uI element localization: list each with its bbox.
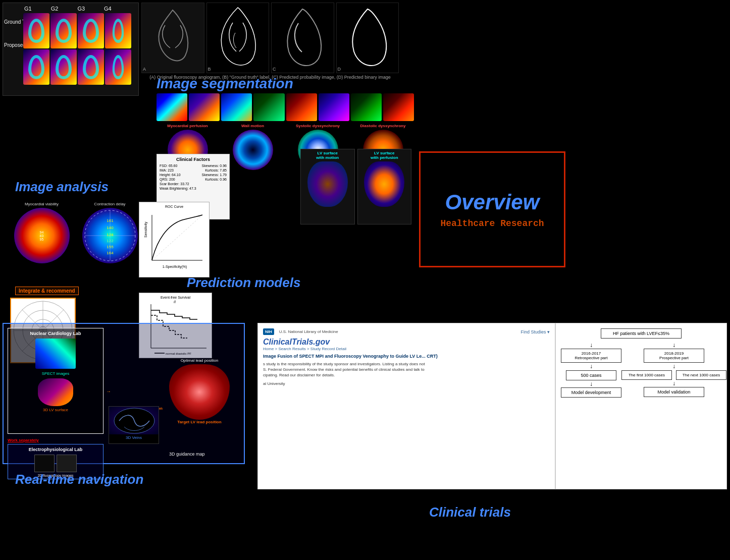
title-realtime: Real-time navigation <box>15 472 143 487</box>
roc-section: ROC Curve 1-Specificity(%) Sensitivity <box>139 202 210 277</box>
spect-2 <box>189 93 220 121</box>
flow-next1000-col: The next 1000 cases <box>676 370 726 380</box>
target-lv-label: Target LV lead position <box>167 420 232 424</box>
spect-8 <box>383 93 414 121</box>
find-studies-btn[interactable]: Find Studies ▾ <box>520 329 550 334</box>
ct-nav: Home > Search Results > Study Record Det… <box>263 347 550 351</box>
myo-panel-1: Myocardial viability 948395 <box>10 202 73 283</box>
lv-label-1: LV surfacewith motion <box>301 149 354 161</box>
ground-truth-section: G1 G2 G3 G4 Ground Truth Proposed Method <box>3 3 139 96</box>
title-prediction: Prediction models <box>187 275 300 291</box>
flow-next1000-box: The next 1000 cases <box>676 370 726 380</box>
lv-visual-2 <box>364 161 404 207</box>
spect-row <box>157 93 414 121</box>
flow-500-box: 500 cases <box>566 370 616 380</box>
angio-img-b: B <box>206 3 270 73</box>
flow-arrow-right2: ↓ <box>672 363 675 370</box>
ct-body-1: s study is the responsibility of the stu… <box>263 361 550 367</box>
gt-cell-1-2 <box>50 13 77 48</box>
cf-row-5: Scar Border: 33.72 <box>160 182 227 186</box>
spect-7 <box>351 93 382 121</box>
angio-img-a: A <box>141 3 204 73</box>
flow-dev-box: Model development <box>561 387 621 398</box>
spect-1 <box>157 93 187 121</box>
flow-1000-row: The first 1000 cases The next 1000 cases <box>621 370 726 380</box>
bulls-item-2: Wall motion <box>222 124 284 184</box>
flow-arrow-left2: ↓ <box>590 363 593 370</box>
angio-d-label: D <box>338 67 341 72</box>
guidance-map-label: 3D guidance map <box>169 452 205 457</box>
lv-surface-mini: 3D LV surface <box>38 378 73 412</box>
nih-badge: NIH <box>263 328 274 335</box>
svg-text:128: 128 <box>107 233 114 237</box>
cf-row-4: QRS: 200Kurtosis: 0.96 <box>160 178 227 181</box>
heart-3d: Optimal lead position Target LV lead pos… <box>167 358 232 424</box>
pm-cell-2-3 <box>78 49 104 85</box>
flow-right-year-box: 2018-2019 Prospective part <box>644 349 704 363</box>
fluoro-thumbs <box>11 455 100 472</box>
cf-row-6: Weak Brightening: 47.3 <box>160 187 227 190</box>
title-clinical: Clinical trials <box>429 505 511 520</box>
pm-cell-2-4 <box>105 49 131 85</box>
angio-img-d: D <box>336 3 399 73</box>
myo-title-2: Contraction delay <box>78 202 141 206</box>
title-segmentation: Image segmentation <box>157 76 293 92</box>
overview-subtitle: Healthcare Research <box>440 218 544 229</box>
lv-surface-row: 3D LV surface <box>11 378 100 412</box>
spect-mini <box>35 339 76 369</box>
lv-surface-section: LV surfacewith motion LV surfacewith per… <box>300 149 411 225</box>
flow-first1000-col: The first 1000 cases <box>621 370 672 380</box>
roc-chart: 1-Specificity(%) Sensitivity <box>142 210 207 270</box>
lv-panel-1: LV surfacewith motion <box>300 149 355 225</box>
flow-arrow-left3: ↓ <box>590 380 593 387</box>
flowchart-section: HF patients with LVEF≤35% ↓ 2016-2017 Re… <box>555 323 727 489</box>
g4-label: G4 <box>104 6 112 12</box>
img-fusion-arrow: → <box>106 388 111 394</box>
spect-4 <box>253 93 284 121</box>
veins-visual <box>109 407 159 434</box>
svg-text:1-Specificity(%): 1-Specificity(%) <box>163 265 187 269</box>
heart-3d-shape <box>169 364 230 420</box>
cf-row-3: Height: 64.10Skewness: 1.79 <box>160 173 227 177</box>
work-separately-label: Work separately <box>8 438 39 442</box>
realtime-section: Nuclear Cardiology Lab SPECT images 3D L… <box>3 323 245 464</box>
veins-box: 3D Veins <box>109 406 159 444</box>
flow-branch-row: ↓ 2016-2017 Retrospective part ↓ 500 cas… <box>561 342 721 398</box>
bulls-label-4: Diastolic dyssynchrony <box>360 124 406 128</box>
veins-3d-label: 3D Veins <box>109 434 159 440</box>
svg-text:Survival: Survival <box>173 300 176 303</box>
bulls-label-3: Systolic dyssynchrony <box>296 124 340 128</box>
fluoro-thumb-2 <box>57 455 77 472</box>
angio-img-c: C <box>271 3 334 73</box>
roc-title: ROC Curve <box>142 205 206 208</box>
gt-cell-1-3 <box>78 13 104 48</box>
flow-arrow-right: ↓ <box>672 342 675 349</box>
fluoro-thumb-1 <box>34 455 55 472</box>
angio-vessel-b <box>207 3 269 73</box>
cf-row-2: IMA: 223Kurtosis: 7.85 <box>160 169 227 172</box>
nuclear-lab-title: Nuclear Cardiology Lab <box>11 331 100 336</box>
angio-vessel-c <box>272 3 334 73</box>
ct-body-3: cipating. Read our disclaimer for detail… <box>263 372 550 378</box>
nuclear-lab-box: Nuclear Cardiology Lab SPECT images 3D L… <box>8 328 103 434</box>
lv-panel-2: LV surfacewith perfusion <box>357 149 412 225</box>
myo-circle-2: 161 140 128 122 155 164 <box>82 208 138 263</box>
spect-5 <box>286 93 317 121</box>
myo-circle-1: 948395 <box>14 208 70 263</box>
title-analysis: Image analysis <box>15 179 109 195</box>
lv-visual-1 <box>307 161 348 207</box>
ct-study-title: Image Fusion of SPECT MPI and Fluoroscop… <box>263 354 550 359</box>
gt-cell-1-1 <box>23 13 49 48</box>
svg-text:122: 122 <box>107 239 114 243</box>
km-title: Event-free Survival <box>142 296 209 299</box>
flow-left-year-box: 2016-2017 Retrospective part <box>561 349 621 363</box>
angio-a-label: A <box>143 67 146 72</box>
lv-surface-3d-label: 3D LV surface <box>38 408 73 412</box>
g1-label: G1 <box>24 6 32 12</box>
svg-text:Sensitivity: Sensitivity <box>144 221 148 238</box>
flow-top-row: HF patients with LVEF≤35% <box>561 328 721 339</box>
svg-text:164: 164 <box>107 251 114 255</box>
spect-3 <box>221 93 252 121</box>
gt-image-grid <box>23 13 131 85</box>
pm-cell-2-1 <box>23 49 49 85</box>
